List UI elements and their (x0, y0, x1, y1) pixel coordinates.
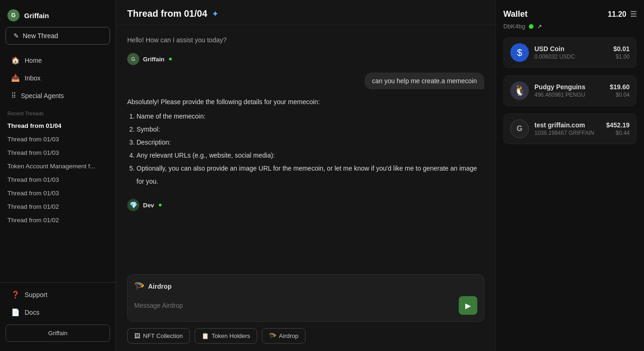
griffain-token-sub: 1036.198467 GRIFFAIN (534, 130, 600, 136)
pudgy-values: $19.60 $0.04 (610, 83, 630, 98)
new-thread-label: New Thread (23, 32, 58, 40)
griffain-username: Griffain (143, 56, 164, 63)
usdc-icon: $ (510, 43, 529, 62)
assistant-response: Absolutely! Please provide the following… (127, 97, 484, 188)
quick-actions: 🖼 NFT Collection 📋 Token Holders 🪂 Airdr… (116, 322, 495, 351)
docs-icon: 📄 (11, 308, 20, 317)
list-item-0: Name of the memecoin: (137, 110, 484, 123)
thread-item-5[interactable]: Thread from 01/03 (0, 186, 116, 200)
thread-item-1[interactable]: Thread from 01/03 (0, 132, 116, 146)
griffain-usd: $452.19 (606, 121, 630, 129)
pudgy-usd: $19.60 (610, 83, 630, 91)
sidebar-item-agents-label: Special Agents (21, 92, 64, 99)
input-card: 🪂 Airdrop ▶ (127, 274, 484, 322)
brand-avatar: G (7, 9, 20, 21)
thread-item-2[interactable]: Thread from 01/03 (0, 146, 116, 159)
airdrop-icon: 🪂 (269, 332, 276, 339)
thread-item-0[interactable]: Thread from 01/04 (0, 119, 116, 132)
sidebar-bottom: ❓ Support 📄 Docs Griffain (0, 282, 116, 345)
wallet-panel: Wallet 11.20 ☰ DbK4bg ↗ $ USD Coin 0.006… (495, 0, 644, 351)
sidebar-item-inbox[interactable]: 📥 Inbox (4, 70, 112, 86)
airdrop-header-icon: 🪂 (134, 281, 144, 291)
list-item-4: Optionally, you can also provide an imag… (137, 162, 484, 188)
quick-btn-nft-label: NFT Collection (143, 332, 183, 339)
nft-icon: 🖼 (134, 332, 140, 339)
asset-usdc: $ USD Coin 0.006032 USDC $0.01 $1.00 (503, 37, 637, 68)
dev-avatar: 💎 (127, 199, 139, 211)
assistant-list: Name of the memecoin: Symbol: Descriptio… (127, 110, 484, 188)
thread-item-7[interactable]: Thread from 01/02 (0, 213, 116, 227)
user-row-griffain: G Griffain (127, 53, 484, 65)
dev-row: 💎 Dev (127, 199, 484, 211)
sidebar: G Griffain ✎ New Thread 🏠 Home 📥 Inbox ⠿… (0, 0, 116, 351)
sidebar-item-home-label: Home (25, 57, 42, 64)
quick-btn-token-label: Token Holders (212, 332, 250, 339)
wallet-balance: 11.20 ☰ (608, 10, 637, 19)
thread-item-3[interactable]: Token Account Management f... (0, 159, 116, 173)
usdc-rate: $1.00 (613, 53, 630, 60)
usdc-name: USD Coin (534, 45, 608, 53)
usdc-info: USD Coin 0.006032 USDC (534, 45, 608, 60)
usdc-sub: 0.006032 USDC (534, 53, 608, 60)
input-card-title: Airdrop (148, 283, 172, 290)
thread-item-4[interactable]: Thread from 01/03 (0, 173, 116, 186)
assistant-intro: Absolutely! Please provide the following… (127, 97, 484, 107)
sidebar-item-docs-label: Docs (25, 309, 39, 316)
input-row: ▶ (134, 296, 477, 315)
send-icon: ▶ (465, 301, 471, 310)
sidebar-item-inbox-label: Inbox (25, 74, 40, 82)
user-message-bubble: can you help me create.a memecoin (364, 73, 484, 89)
agents-icon: ⠿ (11, 92, 16, 100)
wallet-online-dot (529, 24, 533, 29)
asset-pudgy: 🐧 Pudgy Penguins 496.460981 PENGU $19.60… (503, 75, 637, 106)
list-item-1: Symbol: (137, 123, 484, 136)
inbox-icon: 📥 (11, 74, 20, 82)
recent-threads-label: Recent Threads (0, 105, 116, 119)
griffain-token-icon: G (510, 119, 529, 138)
thread-item-6[interactable]: Thread from 01/02 (0, 200, 116, 213)
sidebar-item-home[interactable]: 🏠 Home (4, 52, 112, 69)
usdc-usd: $0.01 (613, 45, 630, 53)
sidebar-item-special-agents[interactable]: ⠿ Special Agents (4, 87, 112, 104)
support-icon: ❓ (11, 291, 20, 299)
sidebar-item-support-label: Support (25, 291, 47, 298)
chat-area: Hello! How can I assist you today? G Gri… (116, 25, 495, 274)
quick-btn-airdrop-label: Airdrop (279, 332, 299, 339)
quick-btn-airdrop[interactable]: 🪂 Airdrop (262, 328, 306, 344)
new-thread-button[interactable]: ✎ New Thread (6, 27, 110, 45)
wallet-copy-icon[interactable]: ↗ (537, 23, 542, 30)
sparkle-icon[interactable]: ✦ (212, 9, 219, 19)
griffain-values: $452.19 $0.44 (606, 121, 630, 136)
quick-btn-nft[interactable]: 🖼 NFT Collection (127, 328, 190, 344)
asset-griffain: G test griffain.com 1036.198467 GRIFFAIN… (503, 113, 637, 144)
griffain-rate: $0.44 (606, 130, 630, 136)
message-input[interactable] (134, 302, 454, 309)
wallet-balance-value: 11.20 (608, 10, 626, 19)
thread-header: Thread from 01/04 ✦ (116, 0, 495, 25)
user-footer-button[interactable]: Griffain (6, 325, 110, 342)
dev-online-dot (158, 203, 163, 207)
list-item-3: Any relevant URLs (e.g., website, social… (137, 149, 484, 162)
wallet-address-row: DbK4bg ↗ (503, 23, 637, 30)
list-item-2: Description: (137, 136, 484, 149)
griffain-info: test griffain.com 1036.198467 GRIFFAIN (534, 121, 600, 136)
wallet-address: DbK4bg (503, 23, 525, 30)
pudgy-info: Pudgy Penguins 496.460981 PENGU (534, 83, 604, 98)
usdc-values: $0.01 $1.00 (613, 45, 630, 60)
griffain-online-dot (168, 57, 173, 61)
wallet-title: Wallet (503, 9, 527, 19)
input-card-header: 🪂 Airdrop (134, 281, 477, 291)
griffain-token-name: test griffain.com (534, 121, 600, 129)
pudgy-name: Pudgy Penguins (534, 83, 604, 91)
pudgy-icon: 🐧 (510, 81, 529, 100)
quick-btn-token-holders[interactable]: 📋 Token Holders (195, 328, 257, 344)
send-button[interactable]: ▶ (459, 296, 477, 315)
griffain-avatar: G (127, 53, 139, 65)
thread-title: Thread from 01/04 (127, 8, 207, 19)
main-panel: Thread from 01/04 ✦ Hello! How can I ass… (116, 0, 495, 351)
wallet-menu-icon[interactable]: ☰ (630, 10, 637, 19)
sidebar-header: G Griffain (0, 6, 116, 27)
pudgy-sub: 496.460981 PENGU (534, 92, 604, 98)
sidebar-item-docs[interactable]: 📄 Docs (4, 304, 112, 321)
sidebar-item-support[interactable]: ❓ Support (4, 286, 112, 303)
